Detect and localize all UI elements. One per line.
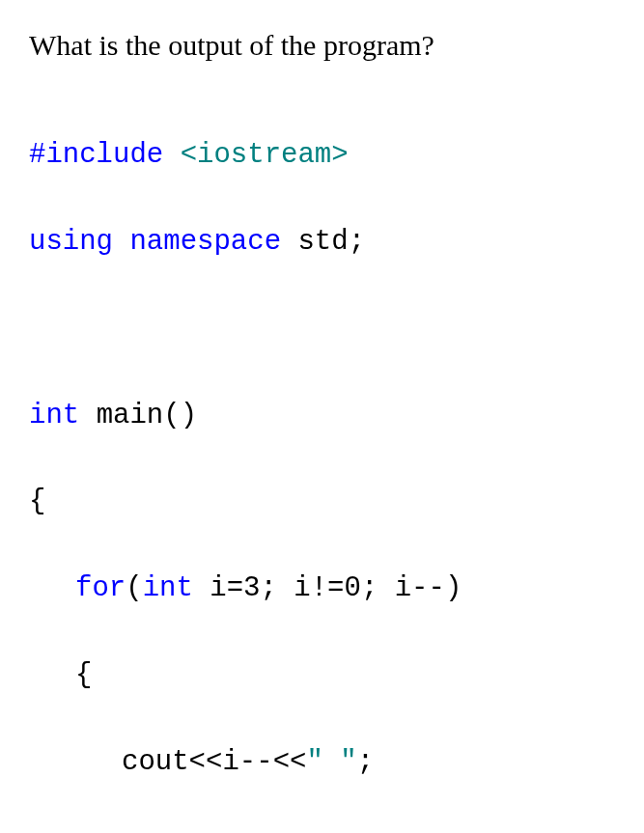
code-line-8: cout<<i--<<" "; (29, 741, 615, 785)
code-block: #include <iostream> using namespace std;… (29, 91, 615, 833)
code-line-5: { (29, 481, 615, 524)
code-token: std; (297, 226, 365, 258)
code-token: i=3; i!=0; i--) (210, 572, 462, 604)
code-token: int (143, 572, 210, 604)
code-line-9: } (29, 828, 615, 833)
code-token: int (29, 400, 97, 431)
code-token: using (29, 226, 129, 258)
code-line-6: for(int i=3; i!=0; i--) (29, 568, 615, 611)
code-blank (29, 308, 615, 351)
question-text: What is the output of the program? (29, 29, 615, 62)
code-token: namespace (129, 226, 297, 258)
code-line-1: #include <iostream> (29, 134, 615, 178)
code-line-2: using namespace std; (29, 221, 615, 264)
code-line-4: int main() (29, 395, 615, 438)
code-token: #include (29, 139, 181, 171)
code-token: cout<<i--<< (122, 746, 306, 778)
code-token: <iostream> (181, 139, 349, 171)
code-token: for (75, 572, 126, 604)
code-token: main() (97, 400, 197, 431)
code-token: ; (357, 746, 374, 778)
code-line-7: { (29, 654, 615, 698)
code-token: " " (306, 746, 356, 778)
code-token: ( (126, 572, 142, 604)
